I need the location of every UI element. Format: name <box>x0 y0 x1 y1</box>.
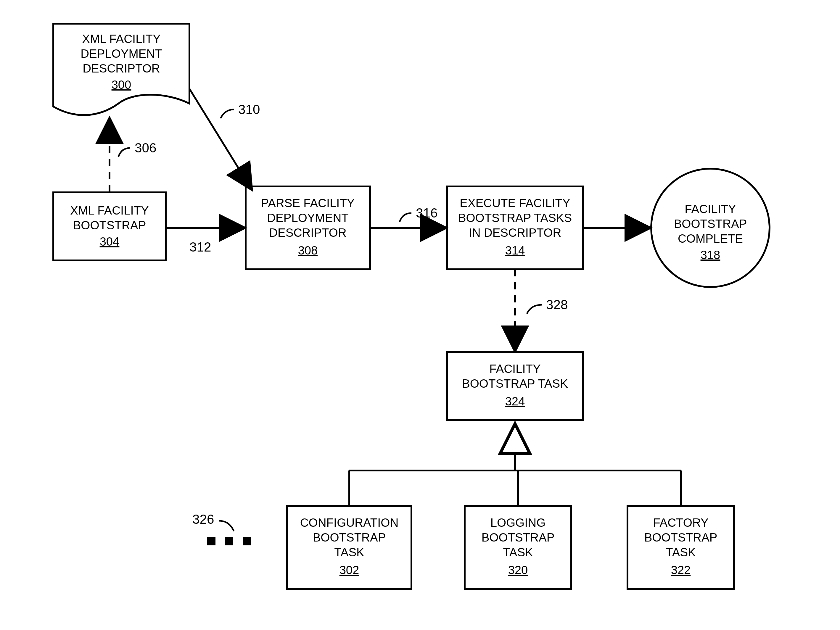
n318-l2: BOOTSTRAP <box>674 217 747 230</box>
n300-l1: XML FACILITY <box>82 32 160 45</box>
n322-ref: 322 <box>671 564 691 576</box>
n302-l2: BOOTSTRAP <box>313 531 386 544</box>
execute-facility-bootstrap-tasks-box: EXECUTE FACILITY BOOTSTRAP TASKS IN DESC… <box>447 186 583 269</box>
n324-l2: BOOTSTRAP TASK <box>462 377 568 390</box>
label-326: 326 <box>193 512 214 526</box>
n324-ref: 324 <box>505 395 525 408</box>
xml-facility-deployment-descriptor-doc: XML FACILITY DEPLOYMENT DESCRIPTOR 300 <box>53 24 189 115</box>
n314-ref: 314 <box>505 244 525 257</box>
n314-l2: BOOTSTRAP TASKS <box>458 211 572 224</box>
n302-l1: CONFIGURATION <box>300 516 399 529</box>
xml-facility-bootstrap-box: XML FACILITY BOOTSTRAP 304 <box>53 193 166 261</box>
hook-328 <box>527 305 542 314</box>
n320-ref: 320 <box>508 564 528 576</box>
n322-l1: FACTORY <box>653 516 708 529</box>
n308-ref: 308 <box>298 244 318 257</box>
hook-316 <box>399 213 411 222</box>
svg-rect-8 <box>207 537 215 545</box>
n302-ref: 302 <box>339 564 359 576</box>
n318-ref: 318 <box>701 248 720 261</box>
n308-l2: DEPLOYMENT <box>267 211 349 224</box>
svg-rect-9 <box>225 537 233 545</box>
n300-l2: DEPLOYMENT <box>81 47 162 60</box>
n314-l3: IN DESCRIPTOR <box>469 226 562 239</box>
n320-l1: LOGGING <box>491 516 546 529</box>
n318-l1: FACILITY <box>685 202 736 215</box>
n320-l3: TASK <box>503 546 533 559</box>
n304-l1: XML FACILITY <box>70 204 148 217</box>
n308-l1: PARSE FACILITY <box>261 196 355 210</box>
n322-l2: BOOTSTRAP <box>644 531 717 544</box>
facility-bootstrap-complete-circle: FACILITY BOOTSTRAP COMPLETE 318 <box>651 169 769 287</box>
factory-bootstrap-task-box: FACTORY BOOTSTRAP TASK 322 <box>627 506 734 589</box>
hook-310 <box>221 109 234 118</box>
hook-306 <box>118 148 130 157</box>
configuration-bootstrap-task-box: CONFIGURATION BOOTSTRAP TASK 302 <box>287 506 411 589</box>
label-316: 316 <box>416 206 437 220</box>
n300-l3: DESCRIPTOR <box>82 62 160 75</box>
facility-bootstrap-task-box: FACILITY BOOTSTRAP TASK 324 <box>447 352 583 420</box>
n304-l2: BOOTSTRAP <box>73 219 146 232</box>
label-328: 328 <box>546 297 568 312</box>
label-312: 312 <box>189 240 211 254</box>
n324-l1: FACILITY <box>489 362 540 375</box>
hook-326 <box>219 521 234 531</box>
n304-ref: 304 <box>100 235 120 248</box>
label-310: 310 <box>238 102 260 117</box>
n322-l3: TASK <box>666 546 696 559</box>
parse-facility-deployment-descriptor-box: PARSE FACILITY DEPLOYMENT DESCRIPTOR 308 <box>246 186 370 269</box>
n314-l1: EXECUTE FACILITY <box>459 196 570 210</box>
ellipsis-326 <box>207 537 251 545</box>
n300-ref: 300 <box>112 78 131 91</box>
n318-l3: COMPLETE <box>678 232 743 245</box>
svg-rect-10 <box>243 537 251 545</box>
n302-l3: TASK <box>334 546 364 559</box>
label-306: 306 <box>135 141 156 155</box>
logging-bootstrap-task-box: LOGGING BOOTSTRAP TASK 320 <box>465 506 571 589</box>
n320-l2: BOOTSTRAP <box>482 531 555 544</box>
n308-l3: DESCRIPTOR <box>269 226 347 239</box>
